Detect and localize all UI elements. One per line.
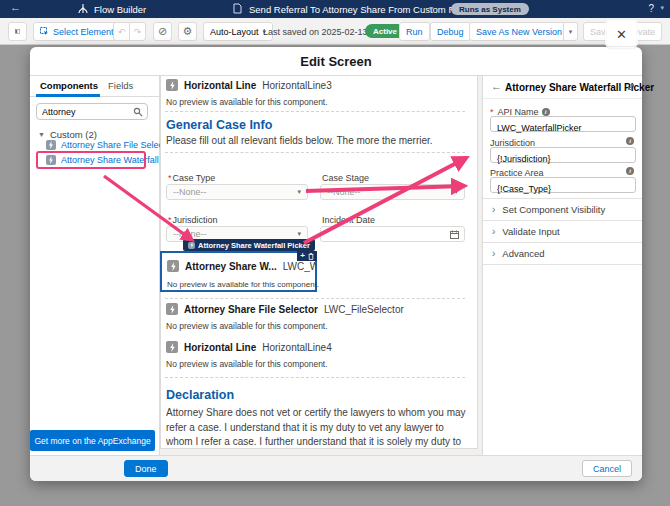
debug-button[interactable]: Debug bbox=[430, 22, 471, 41]
settings-button[interactable]: ⚙ bbox=[178, 22, 197, 41]
circle-slash-icon: ⊘ bbox=[158, 26, 167, 37]
selected-component-card[interactable]: + Attorney Share W... LWC_Wate... No pre… bbox=[160, 251, 317, 292]
back-arrow-icon[interactable]: ← bbox=[491, 80, 502, 92]
help-caret-icon[interactable]: ▾ bbox=[660, 4, 664, 12]
redo-icon: ↷ bbox=[134, 27, 142, 37]
help-menu[interactable]: ? bbox=[648, 3, 654, 14]
custom-group-header[interactable]: ▼ Custom (2) bbox=[38, 129, 97, 140]
tab-components[interactable]: Components bbox=[40, 80, 98, 91]
save-as-new-version-button[interactable]: Save As New Version bbox=[469, 22, 569, 41]
accordion-set-component-visibility[interactable]: › Set Component Visibility bbox=[483, 198, 642, 220]
chevron-right-icon: › bbox=[492, 226, 495, 237]
jurisdiction-input[interactable] bbox=[491, 152, 635, 166]
trash-icon[interactable] bbox=[308, 253, 314, 260]
chevron-right-icon: › bbox=[492, 204, 495, 215]
required-asterisk: * bbox=[168, 215, 172, 225]
run-button[interactable]: Run bbox=[399, 22, 430, 41]
declaration-text: Attorney Share does not vet or certify t… bbox=[166, 406, 468, 450]
tab-fields[interactable]: Fields bbox=[108, 80, 133, 91]
jurisdiction-input-wrap bbox=[490, 147, 636, 163]
info-icon[interactable]: i bbox=[542, 108, 550, 116]
save-options-caret-button[interactable]: ▾ bbox=[563, 22, 578, 41]
disable-elements-button[interactable]: ⊘ bbox=[153, 22, 172, 41]
component-icon bbox=[166, 79, 178, 91]
sidebar-item-file-selector[interactable]: Attorney Share File Selector bbox=[46, 140, 174, 150]
caret-down-icon: ▾ bbox=[297, 230, 301, 238]
modal-title: Edit Screen bbox=[300, 54, 372, 69]
expand-icon[interactable] bbox=[626, 82, 636, 92]
sidebar-item-label: Attorney Share File Selector bbox=[61, 140, 174, 150]
flow-builder-icon bbox=[77, 3, 89, 15]
add-icon[interactable]: + bbox=[300, 252, 305, 260]
caret-down-icon: ▾ bbox=[297, 188, 301, 196]
undo-button[interactable]: ↶ bbox=[113, 22, 130, 41]
flow-builder-app: ← Flow Builder Send Referral To Attorney… bbox=[0, 0, 670, 506]
search-input[interactable] bbox=[42, 105, 132, 118]
flow-toolbar: Select Elements ↶ ↷ ⊘ ⚙ Auto-Layout ▾ La… bbox=[0, 18, 670, 45]
canvas-component-horizontal-line-4[interactable]: Horizontal Line HorizontalLine4 bbox=[166, 341, 332, 353]
panel-toggle-icon bbox=[15, 27, 20, 36]
select-elements-icon bbox=[40, 27, 49, 36]
component-api-name: HorizontalLine4 bbox=[262, 342, 332, 353]
done-button[interactable]: Done bbox=[124, 460, 168, 477]
modal-header: Edit Screen bbox=[30, 47, 642, 76]
toggle-panel-button[interactable] bbox=[8, 22, 27, 41]
runs-as-system-badge: Runs as System bbox=[451, 3, 529, 15]
no-preview-note: No preview is available for this compone… bbox=[167, 280, 319, 289]
declaration-text-container: Attorney Share does not vet or certify t… bbox=[166, 406, 468, 450]
sidebar-tabs: Components Fields bbox=[30, 76, 159, 97]
component-api-name: HorizontalLine3 bbox=[262, 80, 332, 91]
flow-name-caret-icon[interactable]: ▾ bbox=[429, 4, 433, 13]
cancel-button[interactable]: Cancel bbox=[582, 460, 632, 477]
section-description: Please fill out all relevant fields belo… bbox=[166, 135, 433, 146]
info-icon[interactable]: i bbox=[626, 137, 634, 145]
select-elements-button[interactable]: Select Elements bbox=[33, 22, 125, 41]
appexchange-button[interactable]: Get more on the AppExchange bbox=[30, 430, 155, 451]
section-divider bbox=[165, 111, 465, 112]
component-name: Horizontal Line bbox=[184, 342, 256, 353]
declaration-heading: Declaration bbox=[166, 388, 234, 402]
jurisdiction-label: *Jurisdiction bbox=[168, 215, 218, 225]
drag-tooltip: Attorney Share Waterfall Picker bbox=[183, 239, 315, 251]
api-name-input-wrap bbox=[490, 116, 636, 132]
drag-tooltip-label: Attorney Share Waterfall Picker bbox=[198, 241, 310, 250]
canvas-component-file-selector[interactable]: Attorney Share File Selector LWC_FileSel… bbox=[166, 303, 404, 315]
search-icon bbox=[133, 107, 143, 117]
section-divider bbox=[165, 377, 465, 378]
selected-component-row: Attorney Share W... LWC_Wate... bbox=[167, 260, 315, 272]
component-name: Horizontal Line bbox=[184, 80, 256, 91]
component-api-name: LWC_FileSelector bbox=[324, 304, 404, 315]
api-name-input[interactable] bbox=[491, 121, 635, 135]
app-title: Flow Builder bbox=[94, 4, 146, 15]
panel-header: ← Attorney Share Waterfall Picker bbox=[483, 76, 642, 99]
dropdown-value: --None-- bbox=[173, 187, 207, 197]
canvas-component-horizontal-line-3[interactable]: Horizontal Line HorizontalLine3 bbox=[166, 79, 332, 91]
custom-group-label: Custom (2) bbox=[50, 129, 97, 140]
undo-icon: ↶ bbox=[118, 27, 126, 37]
accordion-advanced[interactable]: › Advanced bbox=[483, 242, 642, 264]
case-type-dropdown[interactable]: --None-- ▾ bbox=[166, 184, 308, 200]
calendar-icon bbox=[450, 230, 459, 239]
component-icon bbox=[167, 260, 179, 272]
close-button[interactable]: ✕ bbox=[607, 22, 636, 46]
back-arrow-icon[interactable]: ← bbox=[10, 1, 21, 13]
no-preview-note: No preview is available for this compone… bbox=[166, 97, 328, 107]
redo-button[interactable]: ↷ bbox=[129, 22, 146, 41]
dropdown-value: --None-- bbox=[173, 229, 207, 239]
practice-area-input[interactable] bbox=[491, 182, 635, 196]
component-name: Attorney Share File Selector bbox=[184, 304, 318, 315]
incident-date-label: Incident Date bbox=[322, 215, 375, 225]
annotation-highlight-box bbox=[36, 151, 146, 169]
required-asterisk: * bbox=[168, 173, 172, 183]
no-preview-note: No preview is available for this compone… bbox=[166, 321, 328, 331]
document-icon bbox=[233, 3, 242, 14]
close-icon: ✕ bbox=[616, 27, 627, 42]
properties-panel: ← Attorney Share Waterfall Picker * API … bbox=[482, 76, 642, 455]
accordion-validate-input[interactable]: › Validate Input bbox=[483, 220, 642, 242]
component-search bbox=[36, 103, 148, 120]
info-icon[interactable]: i bbox=[626, 167, 634, 175]
active-tab-underline bbox=[36, 94, 100, 97]
component-name: Attorney Share W... bbox=[185, 261, 277, 272]
incident-date-input[interactable] bbox=[320, 226, 465, 242]
case-stage-dropdown[interactable]: --None-- ▾ bbox=[320, 184, 465, 200]
